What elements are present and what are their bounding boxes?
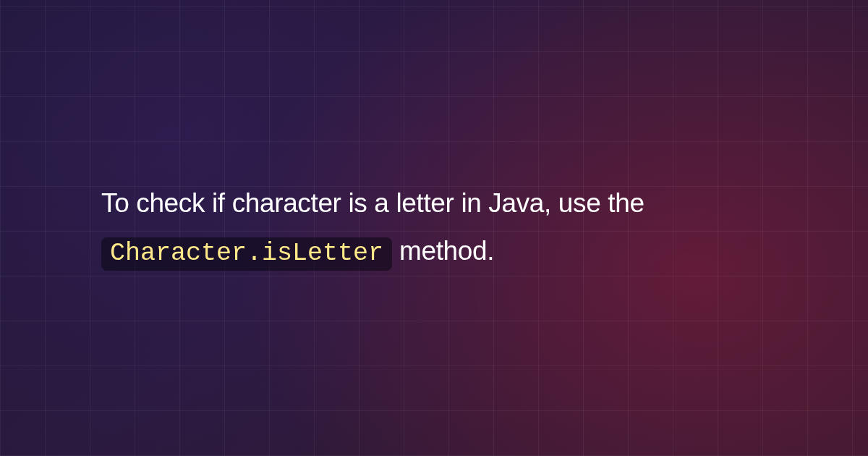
hero-card: To check if character is a letter in Jav…: [0, 0, 868, 456]
description-text: To check if character is a letter in Jav…: [101, 180, 767, 276]
sentence-prefix: To check if character is a letter in Jav…: [101, 188, 644, 218]
content-area: To check if character is a letter in Jav…: [0, 0, 868, 456]
code-snippet: Character.isLetter: [101, 237, 392, 271]
sentence-suffix: method.: [399, 236, 494, 266]
